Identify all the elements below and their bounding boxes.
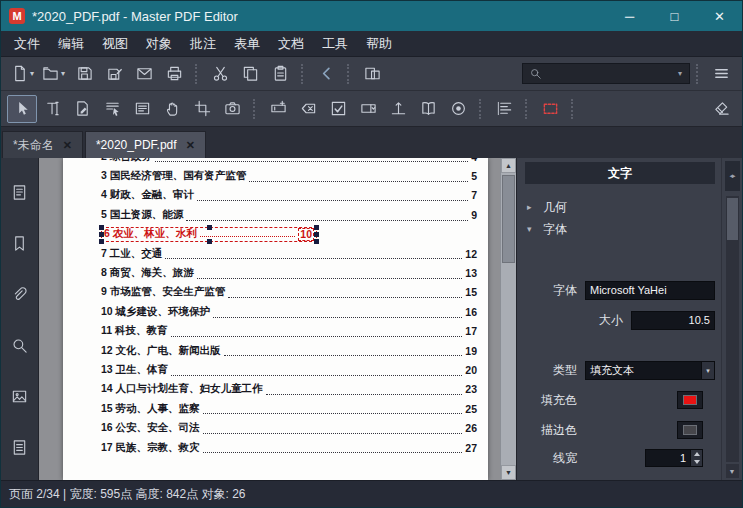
menu-item[interactable]: 视图: [93, 31, 137, 56]
menu-item[interactable]: 文件: [5, 31, 49, 56]
toc-row[interactable]: 4 财政、金融、审计7: [101, 186, 477, 205]
stroke-color-button[interactable]: [677, 421, 703, 439]
paste-button[interactable]: [265, 60, 295, 88]
sidebar-document-lines-button[interactable]: [6, 433, 34, 461]
eraser-button[interactable]: [706, 95, 736, 123]
backspace-key-button[interactable]: [293, 95, 323, 123]
search-input[interactable]: [544, 66, 673, 82]
copy-button[interactable]: [235, 60, 265, 88]
minimize-button[interactable]: ─: [607, 1, 652, 31]
email-button[interactable]: [129, 60, 159, 88]
selection-handle[interactable]: [99, 239, 104, 244]
panel-scrollbar-thumb[interactable]: [727, 198, 738, 240]
sidebar-paperclip-button[interactable]: [6, 280, 34, 308]
text-cursor-button[interactable]: [37, 95, 67, 123]
selection-handle[interactable]: [314, 232, 319, 237]
search-box[interactable]: ▾: [522, 63, 690, 84]
stepper-up-button[interactable]: [691, 450, 702, 458]
scroll-up-button[interactable]: ▲: [501, 158, 516, 173]
fill-color-button[interactable]: [677, 391, 703, 409]
tab-close-icon[interactable]: ✕: [63, 139, 72, 152]
selection-handle[interactable]: [314, 225, 319, 230]
checkbox-button[interactable]: [323, 95, 353, 123]
scrollbar-thumb[interactable]: [502, 175, 515, 263]
radio-button-button[interactable]: [443, 95, 473, 123]
combo-box-button[interactable]: [353, 95, 383, 123]
select-arrow-button[interactable]: [7, 95, 37, 123]
menu-item[interactable]: 编辑: [49, 31, 93, 56]
open-folder-button[interactable]: ▾: [38, 60, 69, 88]
font-family-input[interactable]: Microsoft YaHei: [585, 281, 715, 300]
toc-row[interactable]: 11 科技、教育17: [101, 322, 477, 341]
toc-row[interactable]: 14 人口与计划生育、妇女儿童工作23: [101, 380, 477, 399]
toc-row[interactable]: 17 民族、宗教、救灾27: [101, 438, 477, 457]
save-button[interactable]: [69, 60, 99, 88]
scrollbar-track[interactable]: [501, 173, 516, 465]
selection-handle[interactable]: [314, 239, 319, 244]
section-font[interactable]: ▾ 字体: [525, 220, 715, 238]
toc-row[interactable]: 3 国民经济管理、国有资产监管5: [101, 166, 477, 185]
toc-row[interactable]: 10 城乡建设、环境保护16: [101, 302, 477, 321]
arrange-lines-button[interactable]: [489, 95, 519, 123]
font-size-input[interactable]: 10.5: [631, 311, 715, 330]
toc-row[interactable]: 9 市场监管、安全生产监管15: [101, 283, 477, 302]
toc-row[interactable]: 2 综合政务4: [101, 158, 477, 166]
menu-item[interactable]: 表单: [225, 31, 269, 56]
toc-row[interactable]: 6 农业、林业、水利10: [101, 225, 477, 244]
sidebar-bookmark-button[interactable]: [6, 229, 34, 257]
tab-close-icon[interactable]: ✕: [186, 139, 195, 152]
document-tab[interactable]: *未命名✕: [2, 131, 83, 158]
sidebar-magnifier-button[interactable]: [6, 331, 34, 359]
close-button[interactable]: ✕: [697, 1, 742, 31]
toc-row[interactable]: 16 公安、安全、司法26: [101, 418, 477, 437]
menu-item[interactable]: 文档: [269, 31, 313, 56]
line-width-stepper[interactable]: 1: [645, 449, 703, 467]
page-pencil-button[interactable]: [67, 95, 97, 123]
page-panes-button[interactable]: [357, 60, 387, 88]
selection-handle[interactable]: [207, 239, 212, 244]
document-canvas[interactable]: 2 综合政务43 国民经济管理、国有资产监管54 财政、金融、审计75 国土资源…: [39, 158, 500, 480]
list-box-button[interactable]: [127, 95, 157, 123]
toc-row[interactable]: 7 工业、交通12: [101, 244, 477, 263]
menu-item[interactable]: 帮助: [357, 31, 401, 56]
red-dashed-rect-button[interactable]: [535, 95, 565, 123]
toc-row[interactable]: 8 商贸、海关、旅游13: [101, 263, 477, 282]
sidebar-image-card-button[interactable]: [6, 382, 34, 410]
dropdown-caret-icon[interactable]: ▾: [30, 69, 34, 78]
selection-handle[interactable]: [207, 225, 212, 230]
stepper-down-button[interactable]: [691, 458, 702, 466]
vertical-scrollbar[interactable]: ▲ ▼: [500, 158, 516, 480]
baseline-button[interactable]: [383, 95, 413, 123]
document-tab[interactable]: *2020_PDF.pdf✕: [85, 131, 206, 158]
toc-row[interactable]: 5 国土资源、能源9: [101, 205, 477, 224]
panel-scrollbar-track[interactable]: [726, 196, 739, 462]
cut-button[interactable]: [205, 60, 235, 88]
text-field-button[interactable]: [263, 95, 293, 123]
section-geometry[interactable]: ▸ 几何: [525, 198, 715, 216]
hand-button[interactable]: [157, 95, 187, 123]
selection-handle[interactable]: [99, 225, 104, 230]
panel-scroll-down-button[interactable]: ▼: [726, 464, 739, 478]
toc-row[interactable]: 13 卫生、体育20: [101, 360, 477, 379]
new-document-button[interactable]: ▾: [7, 60, 38, 88]
maximize-button[interactable]: □: [652, 1, 697, 31]
scroll-down-button[interactable]: ▼: [501, 465, 516, 480]
dropdown-caret-icon[interactable]: ▾: [61, 69, 65, 78]
menu-item[interactable]: 批注: [181, 31, 225, 56]
search-dropdown-caret-icon[interactable]: ▾: [673, 69, 687, 78]
toc-row[interactable]: 12 文化、广电、新闻出版19: [101, 341, 477, 360]
text-type-select[interactable]: 填充文本 ▾: [585, 361, 715, 380]
selection-handle[interactable]: [99, 232, 104, 237]
toc-row[interactable]: 15 劳动、人事、监察25: [101, 399, 477, 418]
crop-button[interactable]: [187, 95, 217, 123]
save-as-button[interactable]: [99, 60, 129, 88]
text-select-button[interactable]: [97, 95, 127, 123]
menu-item[interactable]: 工具: [313, 31, 357, 56]
camera-button[interactable]: [217, 95, 247, 123]
book-button[interactable]: [413, 95, 443, 123]
main-menu-button[interactable]: [706, 60, 736, 88]
menu-item[interactable]: 对象: [137, 31, 181, 56]
panel-collapse-handle[interactable]: ◂▸: [725, 161, 740, 191]
select-caret-icon[interactable]: ▾: [701, 362, 714, 379]
print-button[interactable]: [159, 60, 189, 88]
